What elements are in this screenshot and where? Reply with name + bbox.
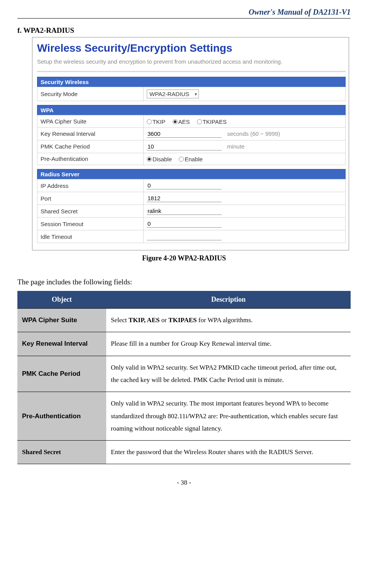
radio-enable-label: Enable <box>185 156 203 162</box>
pmk-input[interactable] <box>147 143 222 150</box>
pmk-label: PMK Cache Period <box>37 140 144 153</box>
th-description: Description <box>106 291 351 309</box>
secret-label: Shared Secret <box>37 205 144 218</box>
divider <box>37 71 346 72</box>
desc-cell: Only valid in WPA2 security. Set WPA2 PM… <box>106 356 351 392</box>
figure-caption: Figure 4-20 WPA2-RADIUS <box>17 254 351 262</box>
radio-aes-label: AES <box>178 118 190 125</box>
preauth-label: Pre-Authentication <box>37 153 144 165</box>
wizard-title: Wireless Security/Encryption Settings <box>37 42 346 54</box>
th-object: Object <box>17 291 106 309</box>
obj-cell: Key Renewal Interval <box>17 332 106 356</box>
radius-table: IP Address Port Shared Secret Session Ti… <box>37 179 346 243</box>
pmk-suffix: minute <box>227 143 244 150</box>
idle-label: Idle Timeout <box>37 230 144 243</box>
radio-tkipaes[interactable] <box>197 119 202 124</box>
radio-enable[interactable] <box>179 157 184 162</box>
desc-cell: Select TKIP, AES or TKIPAES for WPA algo… <box>106 309 351 332</box>
obj-cell: WPA Cipher Suite <box>17 309 106 332</box>
idle-input[interactable] <box>147 233 222 240</box>
section-bar-wpa: WPA <box>37 105 346 115</box>
table-row: Shared Secret Enter the password that th… <box>17 441 351 464</box>
section-heading: f. WPA2-RADIUS <box>17 26 351 35</box>
section-bar-radius: Radius Server <box>37 169 346 179</box>
radio-disable[interactable] <box>147 157 152 162</box>
ip-input[interactable] <box>147 182 222 189</box>
wizard-description: Setup the wireless security and encrypti… <box>37 57 300 66</box>
radio-aes[interactable] <box>173 119 178 124</box>
obj-cell: PMK Cache Period <box>17 356 106 392</box>
table-row: Key Renewal Interval Please fill in a nu… <box>17 332 351 356</box>
security-mode-select[interactable]: WPA2-RADIUS ▾ <box>147 90 199 98</box>
radio-disable-label: Disable <box>153 156 172 162</box>
radio-tkip-label: TKIP <box>153 118 165 125</box>
key-renewal-input[interactable] <box>147 130 222 138</box>
table-row: WPA Cipher Suite Select TKIP, AES or TKI… <box>17 309 351 332</box>
key-renewal-suffix: seconds (60 ~ 9999) <box>227 130 280 137</box>
chevron-down-icon: ▾ <box>195 91 197 97</box>
radio-tkipaes-label: TKIPAES <box>203 118 227 125</box>
session-input[interactable] <box>147 220 222 228</box>
page-header: Owner's Manual of DA2131-V1 <box>17 8 351 19</box>
security-mode-label: Security Mode <box>37 87 144 101</box>
screenshot-frame: Wireless Security/Encryption Settings Se… <box>32 37 349 250</box>
port-label: Port <box>37 192 144 205</box>
secret-input[interactable] <box>147 207 222 215</box>
intro-text: The page includes the following fields: <box>17 278 351 286</box>
ip-label: IP Address <box>37 179 144 192</box>
desc-cell: Enter the password that the Wireless Rou… <box>106 441 351 464</box>
wpa-table: WPA Cipher Suite TKIP AES TKIPAES Key Re… <box>37 115 346 165</box>
description-table: Object Description WPA Cipher Suite Sele… <box>17 291 351 464</box>
obj-cell: Shared Secret <box>17 441 106 464</box>
key-renewal-label: Key Renewal Interval <box>37 127 144 140</box>
security-mode-value: WPA2-RADIUS <box>149 91 189 97</box>
table-row: Pre-Authentication Only valid in WPA2 se… <box>17 392 351 441</box>
session-label: Session Timeout <box>37 218 144 230</box>
wpa-cipher-label: WPA Cipher Suite <box>37 115 144 128</box>
desc-cell: Only valid in WPA2 security. The most im… <box>106 392 351 441</box>
security-wireless-table: Security Mode WPA2-RADIUS ▾ <box>37 87 346 101</box>
page-number: - 38 - <box>17 479 351 487</box>
obj-cell: Pre-Authentication <box>17 392 106 441</box>
section-bar-security-wireless: Security Wireless <box>37 77 346 87</box>
table-row: PMK Cache Period Only valid in WPA2 secu… <box>17 356 351 392</box>
radio-tkip[interactable] <box>147 119 152 124</box>
desc-cell: Please fill in a number for Group Key Re… <box>106 332 351 356</box>
port-input[interactable] <box>147 194 222 202</box>
